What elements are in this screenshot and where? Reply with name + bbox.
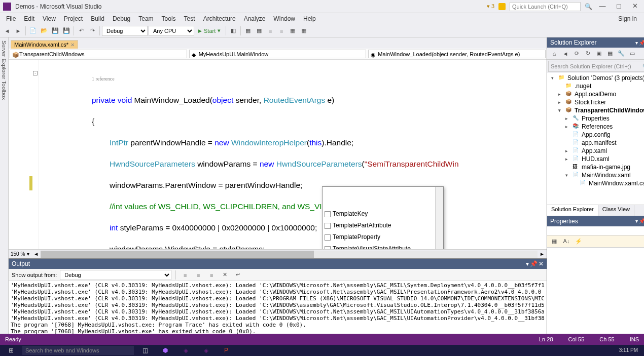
props-cat-icon[interactable]: ▦ bbox=[549, 236, 559, 246]
quick-launch-input[interactable] bbox=[510, 2, 581, 11]
intellisense-item[interactable]: TemplateProperty bbox=[323, 231, 443, 243]
open-button[interactable]: 📂 bbox=[39, 26, 49, 36]
scroll-right-icon[interactable]: ► bbox=[540, 251, 545, 257]
config-dropdown[interactable]: Debug bbox=[102, 26, 148, 36]
tree-node[interactable]: ▸📚References bbox=[547, 123, 644, 131]
menu-test[interactable]: Test bbox=[180, 14, 199, 23]
codelens-references[interactable]: 1 reference bbox=[92, 76, 115, 82]
solution-tree[interactable]: ▾📁Solution 'Demos' (3 projects)📁.nuget▸📦… bbox=[547, 73, 644, 205]
taskbar-app-2[interactable]: ◈ bbox=[176, 345, 195, 355]
tree-node[interactable]: ▾📄MainWindow.xaml bbox=[547, 171, 644, 179]
tree-node[interactable]: 📁.nuget bbox=[547, 82, 644, 90]
se-pin-icon[interactable]: 📌 bbox=[639, 40, 644, 46]
new-project-button[interactable]: 📄 bbox=[28, 26, 38, 36]
save-button[interactable]: 💾 bbox=[50, 26, 60, 36]
se-dropdown-icon[interactable]: ▾ bbox=[635, 40, 638, 46]
intellisense-popup[interactable]: TemplateKeyTemplatePartAttributeTemplate… bbox=[322, 186, 444, 249]
notification-flag-icon[interactable] bbox=[498, 3, 506, 10]
search-icon[interactable]: 🔍 bbox=[585, 3, 592, 10]
solution-explorer-header[interactable]: Solution Explorer ▾📌✕ bbox=[547, 37, 644, 48]
tree-node[interactable]: 📄app.manifest bbox=[547, 139, 644, 147]
save-all-button[interactable]: 💾 bbox=[61, 26, 71, 36]
menu-debug[interactable]: Debug bbox=[109, 14, 134, 23]
tb-icon-2[interactable]: ▦ bbox=[243, 26, 253, 36]
task-view-icon[interactable]: ◫ bbox=[136, 345, 154, 355]
menu-team[interactable]: Team bbox=[134, 14, 157, 23]
nav-project-dropdown[interactable]: 📦TransparentChildWindows bbox=[10, 50, 187, 58]
se-tab-solution[interactable]: Solution Explorer bbox=[547, 205, 598, 216]
zoom-level[interactable]: 150 % bbox=[11, 251, 25, 257]
tree-node[interactable]: ▸📄HUD.xaml bbox=[547, 155, 644, 163]
menu-help[interactable]: Help bbox=[299, 14, 320, 23]
menu-architecture[interactable]: Architecture bbox=[199, 14, 240, 23]
scroll-left-icon[interactable]: ◄ bbox=[33, 251, 39, 257]
se-home-icon[interactable]: ⌂ bbox=[549, 49, 559, 59]
output-pin-icon[interactable]: 📌 bbox=[530, 260, 538, 267]
tree-expand-icon[interactable]: ▸ bbox=[565, 148, 570, 153]
code-editor[interactable]: - 1 reference private void MainWindow_Lo… bbox=[9, 60, 547, 249]
nav-back-button[interactable]: ◄ bbox=[2, 26, 12, 36]
close-tab-icon[interactable]: ✕ bbox=[70, 42, 75, 48]
tree-expand-icon[interactable]: ▾ bbox=[565, 173, 570, 178]
tree-node[interactable]: ▸📦AppLocalDemo bbox=[547, 90, 644, 98]
output-btn-3[interactable]: ≡ bbox=[206, 270, 217, 280]
intellisense-item[interactable]: TemplateVisualStateAttribute bbox=[323, 243, 443, 249]
tree-expand-icon[interactable]: ▸ bbox=[565, 124, 570, 129]
se-tab-classview[interactable]: Class View bbox=[598, 205, 634, 216]
editor-h-scrollbar[interactable] bbox=[41, 251, 538, 258]
intellisense-scrollbar[interactable] bbox=[435, 187, 443, 249]
properties-grid[interactable] bbox=[547, 248, 644, 346]
maximize-button[interactable]: ◻ bbox=[613, 2, 625, 11]
output-wrap-button[interactable]: ↵ bbox=[233, 270, 243, 280]
tree-expand-icon[interactable]: ▸ bbox=[558, 100, 563, 105]
intellisense-item[interactable]: TemplatePartAttribute bbox=[323, 220, 443, 231]
output-btn-1[interactable]: ≡ bbox=[180, 270, 190, 280]
properties-header[interactable]: Properties ▾📌✕ bbox=[547, 216, 644, 226]
nav-fwd-button[interactable]: ► bbox=[13, 26, 23, 36]
menu-project[interactable]: Project bbox=[60, 14, 87, 23]
tree-expand-icon[interactable]: ▸ bbox=[565, 156, 570, 162]
se-collapse-icon[interactable]: ▣ bbox=[594, 49, 604, 59]
menu-analyze[interactable]: Analyze bbox=[240, 14, 270, 23]
taskbar-app-3[interactable]: ◈ bbox=[197, 345, 215, 355]
tree-expand-icon[interactable]: ▸ bbox=[558, 92, 563, 97]
output-header[interactable]: Output ▾ 📌 ✕ bbox=[9, 259, 547, 269]
tb-icon-3[interactable]: ▦ bbox=[254, 26, 264, 36]
document-tab[interactable]: MainWindow.xaml.cs* ✕ bbox=[11, 40, 78, 49]
menu-view[interactable]: View bbox=[39, 14, 60, 23]
output-dropdown-icon[interactable]: ▾ bbox=[526, 260, 529, 267]
tree-node[interactable]: ▸🔧Properties bbox=[547, 114, 644, 123]
taskbar-search[interactable]: Search the web and Windows bbox=[22, 346, 134, 355]
menu-edit[interactable]: Edit bbox=[20, 14, 39, 23]
tb-icon-1[interactable]: ◧ bbox=[228, 26, 238, 36]
redo-button[interactable]: ↷ bbox=[87, 26, 97, 36]
outline-collapse-icon[interactable]: - bbox=[33, 71, 38, 75]
sign-in-link[interactable]: Sign in bbox=[613, 14, 642, 23]
tb-icon-5[interactable]: ≡ bbox=[276, 26, 287, 36]
output-source-dropdown[interactable]: Debug bbox=[60, 270, 171, 280]
tree-node[interactable]: ▾📦TransparentChildWindows bbox=[547, 106, 644, 114]
minimize-button[interactable]: — bbox=[596, 2, 609, 11]
tree-node[interactable]: ▸📄App.xaml bbox=[547, 147, 644, 155]
undo-button[interactable]: ↶ bbox=[76, 26, 86, 36]
tree-node[interactable]: 📄MainWindow.xaml.cs bbox=[547, 179, 644, 187]
nav-member-dropdown[interactable]: ◉MainWindow_Loaded(object sender, Routed… bbox=[368, 50, 546, 58]
zoom-dropdown-icon[interactable]: ▾ bbox=[27, 251, 29, 257]
tree-expand-icon[interactable]: ▾ bbox=[558, 108, 563, 113]
tree-node[interactable]: ▸📦StockTicker bbox=[547, 98, 644, 106]
menu-build[interactable]: Build bbox=[87, 14, 109, 23]
se-sync-icon[interactable]: ⟳ bbox=[571, 49, 582, 59]
taskbar-app-4[interactable]: P bbox=[217, 345, 235, 355]
output-text[interactable]: 'MyHeadsUpUI.vshost.exe' (CLR v4.0.30319… bbox=[9, 281, 547, 337]
tree-node[interactable]: 📄App.config bbox=[547, 131, 644, 139]
start-button-icon[interactable]: ⊞ bbox=[2, 345, 20, 355]
tb-icon-4[interactable]: ≡ bbox=[265, 26, 275, 36]
tb-icon-7[interactable]: ▦ bbox=[299, 26, 309, 36]
se-refresh-icon[interactable]: ↻ bbox=[583, 49, 593, 59]
menu-window[interactable]: Window bbox=[269, 14, 299, 23]
output-close-icon[interactable]: ✕ bbox=[539, 260, 544, 267]
se-properties-icon[interactable]: 🔧 bbox=[616, 49, 626, 59]
menu-tools[interactable]: Tools bbox=[158, 14, 180, 23]
output-btn-2[interactable]: ≡ bbox=[193, 270, 203, 280]
se-preview-icon[interactable]: ▭ bbox=[627, 49, 637, 59]
